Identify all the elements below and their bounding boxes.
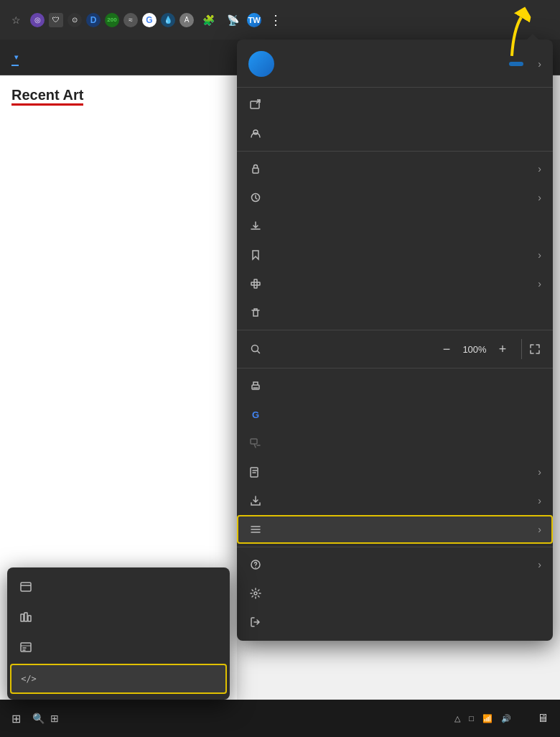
settings-icon: [248, 586, 263, 601]
taskbar-start-icon[interactable]: ⊞: [11, 712, 21, 726]
menu-print[interactable]: [237, 371, 553, 400]
menu-history[interactable]: ›: [237, 183, 553, 212]
passwords-arrow-icon: ›: [538, 163, 541, 175]
menu-clear-data[interactable]: [237, 298, 553, 327]
menu-help[interactable]: ›: [237, 550, 553, 579]
svg-rect-18: [24, 613, 27, 621]
extension-a[interactable]: A: [179, 13, 194, 27]
help-icon: [248, 557, 263, 572]
submenu-name-window[interactable]: [7, 572, 230, 602]
menu-extensions[interactable]: ›: [237, 269, 553, 298]
svg-rect-5: [251, 282, 254, 285]
menu-settings[interactable]: [237, 579, 553, 608]
extensions-icon: [248, 277, 263, 291]
chrome-dropdown-menu: › › ›: [237, 40, 553, 641]
menu-save-share[interactable]: ›: [237, 486, 553, 515]
taskbar-network-icon: △: [454, 714, 460, 723]
taskbar-apps-icon[interactable]: ⊞: [50, 713, 59, 724]
menu-exit[interactable]: [237, 608, 553, 636]
extensions-arrow-icon: ›: [538, 278, 541, 289]
taskbar-right: △ □ 📶 🔊 🖥: [454, 712, 549, 725]
profile-arrow-icon: ›: [538, 58, 541, 70]
bookmarks-arrow-icon: ›: [538, 249, 541, 261]
menu-new-window[interactable]: [237, 91, 553, 119]
extensions-puzzle[interactable]: 🧩: [198, 10, 218, 30]
menu-passwords[interactable]: ›: [237, 154, 553, 183]
history-arrow-icon: ›: [538, 192, 541, 203]
find-edit-arrow-icon: ›: [538, 466, 541, 478]
submenu-performance[interactable]: [7, 602, 230, 632]
taskbar: ⊞ 🔍 ⊞ △ □ 📶 🔊 🖥: [0, 700, 560, 737]
menu-downloads[interactable]: [237, 212, 553, 241]
svg-point-15: [254, 592, 257, 595]
more-tools-submenu: </>: [7, 567, 230, 700]
svg-rect-2: [253, 168, 258, 173]
zoom-plus-button[interactable]: +: [493, 339, 513, 359]
incognito-icon: [248, 126, 263, 141]
save-share-icon: [248, 493, 263, 508]
google-search-icon: G: [248, 407, 263, 422]
zoom-row: − 100% +: [237, 333, 553, 365]
svg-rect-10: [252, 385, 259, 389]
zoom-icon: [248, 342, 263, 356]
passwords-icon: [248, 162, 263, 176]
downloads-icon: [248, 219, 263, 233]
svg-rect-6: [257, 282, 260, 285]
menu-divider-1: [237, 87, 553, 88]
zoom-controls: − 100% +: [437, 339, 513, 359]
find-edit-icon: [248, 465, 263, 479]
cast-icon[interactable]: 📡: [223, 10, 243, 30]
exit-icon: [248, 615, 263, 629]
taskbar-search-icon[interactable]: 🔍: [32, 713, 45, 724]
svg-rect-11: [251, 439, 257, 444]
menu-button[interactable]: ⋮: [266, 10, 286, 30]
new-window-icon: [248, 98, 263, 112]
svg-point-14: [255, 567, 256, 568]
svg-rect-20: [21, 643, 31, 652]
submenu-task-manager[interactable]: [7, 632, 230, 662]
menu-divider-2: [237, 151, 553, 152]
menu-incognito[interactable]: [237, 119, 553, 148]
bookmark-icon[interactable]: ☆: [6, 10, 26, 30]
zoom-minus-button[interactable]: −: [437, 339, 457, 359]
taskbar-monitor-icon[interactable]: 🖥: [537, 712, 549, 725]
extension-d[interactable]: D: [86, 13, 101, 27]
extension-arrows[interactable]: ≈: [123, 13, 138, 27]
menu-more-tools[interactable]: ›: [237, 515, 553, 544]
name-window-icon: [19, 580, 33, 594]
task-manager-icon: [19, 640, 33, 654]
extension-shield[interactable]: 🛡: [49, 13, 63, 27]
profile-avatar-toolbar[interactable]: TW: [247, 13, 261, 27]
taskbar-wifi-icon: 📶: [482, 714, 493, 723]
menu-divider-5: [237, 547, 553, 547]
bookmarks-icon: [248, 248, 263, 262]
more-tools-icon: [248, 522, 263, 537]
help-arrow-icon: ›: [538, 559, 541, 570]
menu-find-edit[interactable]: ›: [237, 458, 553, 486]
extension-uo[interactable]: ⊙: [67, 13, 82, 27]
profile-avatar: [248, 51, 274, 77]
developer-tools-icon: </>: [22, 672, 36, 686]
svg-rect-8: [254, 285, 257, 288]
menu-translate[interactable]: [237, 429, 553, 458]
recent-articles-heading: Recent Art: [11, 87, 83, 103]
extension-200[interactable]: 200: [105, 13, 119, 27]
print-icon: [248, 379, 263, 393]
zoom-value: 100%: [459, 344, 490, 355]
svg-rect-17: [21, 614, 24, 621]
extension-raindrop[interactable]: ◎: [30, 13, 45, 27]
extension-g[interactable]: G: [142, 13, 157, 27]
svg-rect-7: [254, 279, 257, 282]
extension-drop[interactable]: 💧: [161, 13, 175, 27]
save-share-arrow-icon: ›: [538, 495, 541, 506]
svg-rect-19: [28, 616, 31, 621]
menu-search-page[interactable]: G: [237, 400, 553, 429]
menu-bookmarks[interactable]: ›: [237, 241, 553, 269]
taskbar-battery-icon: □: [469, 714, 474, 723]
submenu-developer-tools[interactable]: </>: [10, 664, 227, 694]
zoom-fullscreen-button[interactable]: [521, 339, 541, 359]
taskbar-volume-icon: 🔊: [501, 714, 511, 723]
clear-data-icon: [248, 305, 263, 320]
chrome-toolbar: ☆ ◎ 🛡 ⊙ D 200 ≈ G 💧 A 🧩 📡 TW ⋮: [0, 0, 560, 40]
nav-android[interactable]: ▾: [11, 48, 19, 66]
